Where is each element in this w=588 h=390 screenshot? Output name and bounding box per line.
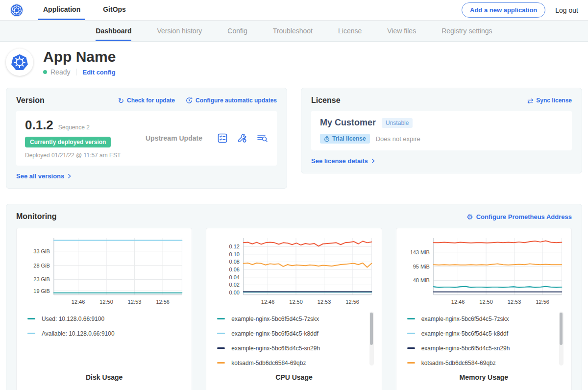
nav-tab-application[interactable]: Application [38,0,85,20]
primary-nav-tabs: ApplicationGitOps [38,0,144,20]
page-title: App Name [43,49,116,65]
memory-usage-plot: 48 MiB95 MiB143 MiB12:4612:5012:5312:56 [402,234,565,308]
svg-text:48 MiB: 48 MiB [413,277,429,283]
deployed-status-badge: Currently deployed version [25,137,111,147]
legend-dash-icon [217,333,225,334]
cpu-usage-legend: example-nginx-5bc6f5d4c5-7zskxexample-ng… [212,311,375,368]
legend-label: example-nginx-5bc6f5d4c5-7zskx [421,316,509,322]
legend-dash-icon [27,333,35,334]
legend-label: kotsadm-5db6dc6584-69qbz [421,360,496,366]
monitoring-section: Monitoring ⚙ Configure Prometheus Addres… [6,204,582,390]
monitoring-title: Monitoring [16,212,57,221]
cpu-usage-title: CPU Usage [212,368,375,388]
sync-license-link[interactable]: ⇄ Sync license [527,97,572,104]
customer-name: My Customer [320,118,376,128]
configure-automatic-updates-link[interactable]: Configure automatic updates [186,97,277,104]
disk-usage-legend: Used: 10.128.0.66:9100Available: 10.128.… [23,311,186,368]
memory-usage-legend: example-nginx-5bc6f5d4c5-7zskxexample-ng… [402,311,565,368]
legend-item: example-nginx-5bc6f5d4c5-k8ddf [407,326,554,341]
svg-text:0.02: 0.02 [229,282,240,288]
legend-item: Available: 10.128.0.66:9100 [27,326,174,341]
add-application-button[interactable]: Add a new application [462,2,545,18]
subnav-item-license[interactable]: License [338,21,362,41]
svg-text:0.00: 0.00 [229,290,240,295]
subnav-item-version-history[interactable]: Version history [157,21,202,41]
config-wrench-icon[interactable] [237,133,247,144]
trial-license-badge: Trial license [320,134,370,144]
cpu-usage-plot: 0.000.020.040.060.080.100.1212:4612:5012… [212,234,375,308]
app-header: App Name Ready Edit config [0,42,588,83]
top-nav: ApplicationGitOps Add a new application … [0,0,588,21]
subnav-item-troubleshoot[interactable]: Troubleshoot [273,21,313,41]
svg-text:33 GiB: 33 GiB [33,248,50,254]
legend-dash-icon [217,362,225,364]
legend-item: Used: 10.128.0.66:9100 [27,312,174,326]
legend-item: example-nginx-5bc6f5d4c5-sn29h [407,341,554,356]
edit-config-link[interactable]: Edit config [82,69,115,76]
subnav-item-config[interactable]: Config [227,21,247,41]
subnav-item-view-files[interactable]: View files [387,21,416,41]
chevron-right-icon [67,173,72,179]
legend-label: Available: 10.128.0.66:9100 [42,330,115,337]
license-card: License ⇄ Sync license My Customer Unsta… [301,88,582,173]
svg-text:0.12: 0.12 [229,244,240,249]
see-license-details-link[interactable]: See license details [311,157,376,165]
svg-text:12:56: 12:56 [536,299,549,305]
license-summary: My Customer Unstable Trial license Does … [311,111,572,150]
subnav-item-registry-settings[interactable]: Registry settings [441,21,492,41]
legend-scrollbar[interactable] [559,312,564,366]
legend-label: example-nginx-5bc6f5d4c5-sn29h [231,345,320,352]
license-card-title: License [311,96,341,105]
legend-scrollbar-thumb[interactable] [560,313,563,345]
check-for-update-link[interactable]: ↻ Check for update [118,97,175,104]
svg-text:12:50: 12:50 [479,299,492,305]
legend-dash-icon [407,347,415,349]
svg-text:12:56: 12:56 [156,299,169,305]
see-all-versions-link[interactable]: See all versions [16,172,72,180]
disk-usage-card: 19 GiB23 GiB28 GiB33 GiB12:4612:5012:531… [16,228,192,390]
legend-label: Used: 10.128.0.66:9100 [42,316,104,322]
version-number: 0.1.2 [25,118,53,133]
legend-scrollbar[interactable] [369,312,374,366]
stopwatch-icon [324,136,330,142]
memory-usage-card: 48 MiB95 MiB143 MiB12:4612:5012:5312:56e… [396,228,572,390]
preflight-checks-icon[interactable] [217,133,228,144]
divider [76,69,76,75]
legend-label: example-nginx-5bc6f5d4c5-k8ddf [421,330,508,337]
ready-status-dot [43,70,47,74]
legend-label: example-nginx-5bc6f5d4c5-k8ddf [231,330,318,337]
svg-text:0.06: 0.06 [229,267,240,272]
svg-text:0.04: 0.04 [229,274,240,280]
svg-text:0.10: 0.10 [229,251,240,257]
svg-text:95 MiB: 95 MiB [413,264,429,269]
sync-icon: ⇄ [527,97,534,104]
legend-item: example-nginx-5bc6f5d4c5-7zskx [407,312,554,326]
channel-badge: Unstable [382,118,413,128]
legend-scrollbar-thumb[interactable] [370,313,373,345]
logout-link[interactable]: Log out [555,6,578,14]
legend-label: example-nginx-5bc6f5d4c5-sn29h [421,345,510,352]
svg-text:28 GiB: 28 GiB [33,263,50,268]
legend-dash-icon [217,347,225,349]
legend-label: kotsadm-5db6dc6584-69qbz [231,360,306,366]
disk-usage-title: Disk Usage [23,368,186,388]
svg-text:0.08: 0.08 [229,259,240,265]
nav-tab-gitops[interactable]: GitOps [98,0,131,20]
svg-text:23 GiB: 23 GiB [33,276,50,282]
subnav-item-dashboard[interactable]: Dashboard [96,21,131,41]
view-logs-icon[interactable] [256,133,268,144]
kubernetes-logo-icon[interactable] [10,0,24,20]
legend-label: example-nginx-5bc6f5d4c5-7zskx [231,316,319,322]
svg-text:12:46: 12:46 [261,299,274,305]
cpu-usage-card: 0.000.020.040.060.080.100.1212:4612:5012… [206,228,382,390]
svg-text:12:46: 12:46 [72,299,85,305]
configure-prometheus-link[interactable]: ⚙ Configure Prometheus Address [466,213,572,220]
app-status-label: Ready [50,68,70,76]
version-card: Version ↻ Check for update Configure aut… [6,88,287,189]
legend-dash-icon [217,318,225,319]
svg-text:12:46: 12:46 [451,299,464,305]
legend-dash-icon [407,362,415,364]
legend-dash-icon [27,318,35,319]
svg-text:12:56: 12:56 [346,299,359,305]
svg-text:12:53: 12:53 [508,299,521,305]
